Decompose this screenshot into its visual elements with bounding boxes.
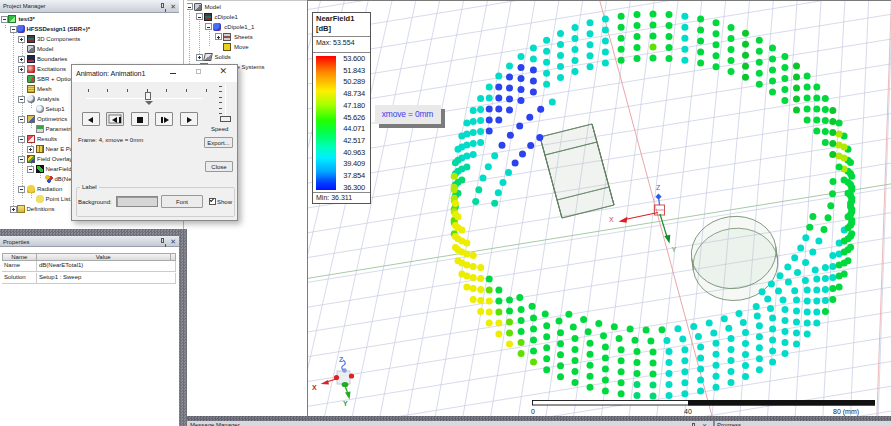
svg-text:40: 40 xyxy=(684,408,692,415)
svg-text:Y: Y xyxy=(672,246,677,253)
svg-text:Z: Z xyxy=(656,184,661,191)
svg-text:Y: Y xyxy=(343,400,348,407)
svg-text:X: X xyxy=(312,384,317,391)
svg-text:X: X xyxy=(609,216,614,223)
svg-text:Z: Z xyxy=(339,356,344,363)
svg-text:0: 0 xyxy=(531,408,535,415)
svg-text:80 (mm): 80 (mm) xyxy=(833,408,859,416)
